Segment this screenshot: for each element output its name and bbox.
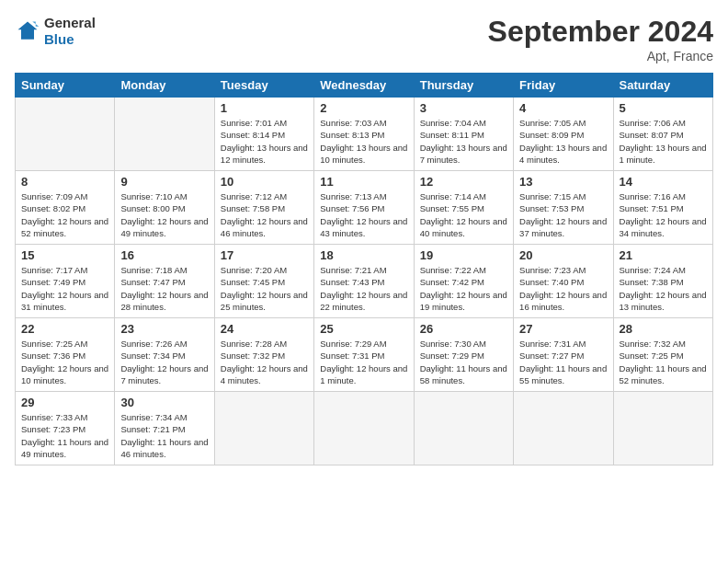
day-number: 19 (420, 248, 507, 262)
table-row (613, 392, 712, 465)
table-row: 3 Sunrise: 7:04 AMSunset: 8:11 PMDayligh… (414, 98, 513, 171)
table-row: 17 Sunrise: 7:20 AMSunset: 7:45 PMDaylig… (214, 245, 313, 318)
day-number: 9 (120, 175, 208, 189)
day-info: Sunrise: 7:13 AMSunset: 7:56 PMDaylight:… (320, 190, 407, 239)
table-row: 28 Sunrise: 7:32 AMSunset: 7:25 PMDaylig… (613, 318, 712, 392)
svg-marker-1 (32, 22, 39, 27)
day-info: Sunrise: 7:22 AMSunset: 7:42 PMDaylight:… (420, 264, 507, 313)
day-number: 5 (620, 101, 707, 115)
day-number: 14 (620, 175, 707, 189)
logo-text: General Blue (44, 15, 96, 48)
calendar-table: Sunday Monday Tuesday Wednesday Thursday… (15, 73, 713, 465)
day-number: 12 (420, 175, 507, 189)
table-row: 20 Sunrise: 7:23 AMSunset: 7:40 PMDaylig… (514, 245, 613, 318)
table-row: 15 Sunrise: 7:17 AMSunset: 7:49 PMDaylig… (16, 245, 115, 318)
day-number: 23 (120, 322, 208, 336)
day-number: 2 (320, 101, 407, 115)
calendar-row: 22 Sunrise: 7:25 AMSunset: 7:36 PMDaylig… (16, 318, 713, 392)
table-row: 24 Sunrise: 7:28 AMSunset: 7:32 PMDaylig… (214, 318, 313, 392)
table-row: 16 Sunrise: 7:18 AMSunset: 7:47 PMDaylig… (115, 245, 214, 318)
svg-marker-0 (18, 22, 38, 40)
table-row: 29 Sunrise: 7:33 AMSunset: 7:23 PMDaylig… (16, 392, 115, 465)
day-number: 20 (519, 248, 607, 262)
day-number: 29 (21, 396, 108, 409)
calendar-row: 29 Sunrise: 7:33 AMSunset: 7:23 PMDaylig… (16, 392, 713, 465)
day-number: 13 (519, 175, 607, 189)
day-info: Sunrise: 7:26 AMSunset: 7:34 PMDaylight:… (120, 338, 208, 386)
day-number: 30 (120, 396, 208, 409)
logo-icon (15, 18, 40, 44)
month-title: September 2024 (488, 15, 713, 49)
day-info: Sunrise: 7:24 AMSunset: 7:38 PMDaylight:… (620, 264, 707, 313)
day-number: 26 (420, 322, 507, 336)
table-row: 21 Sunrise: 7:24 AMSunset: 7:38 PMDaylig… (613, 245, 712, 318)
header-row: Sunday Monday Tuesday Wednesday Thursday… (16, 74, 713, 98)
day-number: 22 (21, 322, 108, 336)
day-info: Sunrise: 7:23 AMSunset: 7:40 PMDaylight:… (519, 264, 607, 313)
table-row (314, 392, 414, 465)
day-info: Sunrise: 7:33 AMSunset: 7:23 PMDaylight:… (21, 411, 108, 460)
day-info: Sunrise: 7:10 AMSunset: 8:00 PMDaylight:… (120, 190, 208, 239)
col-friday: Friday (514, 74, 613, 98)
table-row: 19 Sunrise: 7:22 AMSunset: 7:42 PMDaylig… (414, 245, 513, 318)
table-row: 14 Sunrise: 7:16 AMSunset: 7:51 PMDaylig… (613, 171, 712, 245)
day-info: Sunrise: 7:25 AMSunset: 7:36 PMDaylight:… (21, 338, 108, 386)
day-info: Sunrise: 7:18 AMSunset: 7:47 PMDaylight:… (120, 264, 208, 313)
page-header: General Blue September 2024 Apt, France (15, 15, 713, 63)
calendar-row: 1 Sunrise: 7:01 AMSunset: 8:14 PMDayligh… (16, 98, 713, 171)
table-row (514, 392, 613, 465)
table-row: 10 Sunrise: 7:12 AMSunset: 7:58 PMDaylig… (214, 171, 313, 245)
day-number: 25 (320, 322, 407, 336)
calendar-row: 15 Sunrise: 7:17 AMSunset: 7:49 PMDaylig… (16, 245, 713, 318)
col-sunday: Sunday (16, 74, 115, 98)
day-number: 21 (620, 248, 707, 262)
table-row: 8 Sunrise: 7:09 AMSunset: 8:02 PMDayligh… (16, 171, 115, 245)
title-block: September 2024 Apt, France (488, 15, 713, 63)
table-row: 22 Sunrise: 7:25 AMSunset: 7:36 PMDaylig… (16, 318, 115, 392)
page-container: General Blue September 2024 Apt, France … (0, 0, 728, 473)
col-thursday: Thursday (414, 74, 513, 98)
day-info: Sunrise: 7:03 AMSunset: 8:13 PMDaylight:… (320, 117, 407, 166)
table-row (214, 392, 313, 465)
col-wednesday: Wednesday (314, 74, 414, 98)
day-number: 1 (221, 101, 308, 115)
day-number: 17 (221, 248, 308, 262)
day-info: Sunrise: 7:06 AMSunset: 8:07 PMDaylight:… (620, 117, 707, 166)
table-row: 12 Sunrise: 7:14 AMSunset: 7:55 PMDaylig… (414, 171, 513, 245)
day-number: 27 (519, 322, 607, 336)
location: Apt, France (488, 49, 713, 63)
day-number: 10 (221, 175, 308, 189)
day-info: Sunrise: 7:12 AMSunset: 7:58 PMDaylight:… (221, 190, 308, 239)
day-info: Sunrise: 7:17 AMSunset: 7:49 PMDaylight:… (21, 264, 108, 313)
day-info: Sunrise: 7:29 AMSunset: 7:31 PMDaylight:… (320, 338, 407, 386)
day-info: Sunrise: 7:14 AMSunset: 7:55 PMDaylight:… (420, 190, 507, 239)
table-row: 9 Sunrise: 7:10 AMSunset: 8:00 PMDayligh… (115, 171, 214, 245)
table-row (16, 98, 115, 171)
day-info: Sunrise: 7:04 AMSunset: 8:11 PMDaylight:… (420, 117, 507, 166)
col-tuesday: Tuesday (214, 74, 313, 98)
table-row: 25 Sunrise: 7:29 AMSunset: 7:31 PMDaylig… (314, 318, 414, 392)
table-row: 18 Sunrise: 7:21 AMSunset: 7:43 PMDaylig… (314, 245, 414, 318)
calendar-row: 8 Sunrise: 7:09 AMSunset: 8:02 PMDayligh… (16, 171, 713, 245)
day-info: Sunrise: 7:32 AMSunset: 7:25 PMDaylight:… (620, 338, 707, 386)
day-number: 4 (519, 101, 607, 115)
day-info: Sunrise: 7:31 AMSunset: 7:27 PMDaylight:… (519, 338, 607, 386)
table-row: 27 Sunrise: 7:31 AMSunset: 7:27 PMDaylig… (514, 318, 613, 392)
table-row: 5 Sunrise: 7:06 AMSunset: 8:07 PMDayligh… (613, 98, 712, 171)
table-row: 1 Sunrise: 7:01 AMSunset: 8:14 PMDayligh… (214, 98, 313, 171)
day-number: 11 (320, 175, 407, 189)
table-row (414, 392, 513, 465)
day-info: Sunrise: 7:30 AMSunset: 7:29 PMDaylight:… (420, 338, 507, 386)
logo: General Blue (15, 15, 96, 48)
day-info: Sunrise: 7:05 AMSunset: 8:09 PMDaylight:… (519, 117, 607, 166)
day-number: 24 (221, 322, 308, 336)
day-info: Sunrise: 7:34 AMSunset: 7:21 PMDaylight:… (120, 411, 208, 460)
table-row: 4 Sunrise: 7:05 AMSunset: 8:09 PMDayligh… (514, 98, 613, 171)
table-row (115, 98, 214, 171)
day-info: Sunrise: 7:16 AMSunset: 7:51 PMDaylight:… (620, 190, 707, 239)
day-info: Sunrise: 7:20 AMSunset: 7:45 PMDaylight:… (221, 264, 308, 313)
day-info: Sunrise: 7:01 AMSunset: 8:14 PMDaylight:… (221, 117, 308, 166)
table-row: 30 Sunrise: 7:34 AMSunset: 7:21 PMDaylig… (115, 392, 214, 465)
table-row: 11 Sunrise: 7:13 AMSunset: 7:56 PMDaylig… (314, 171, 414, 245)
day-info: Sunrise: 7:09 AMSunset: 8:02 PMDaylight:… (21, 190, 108, 239)
